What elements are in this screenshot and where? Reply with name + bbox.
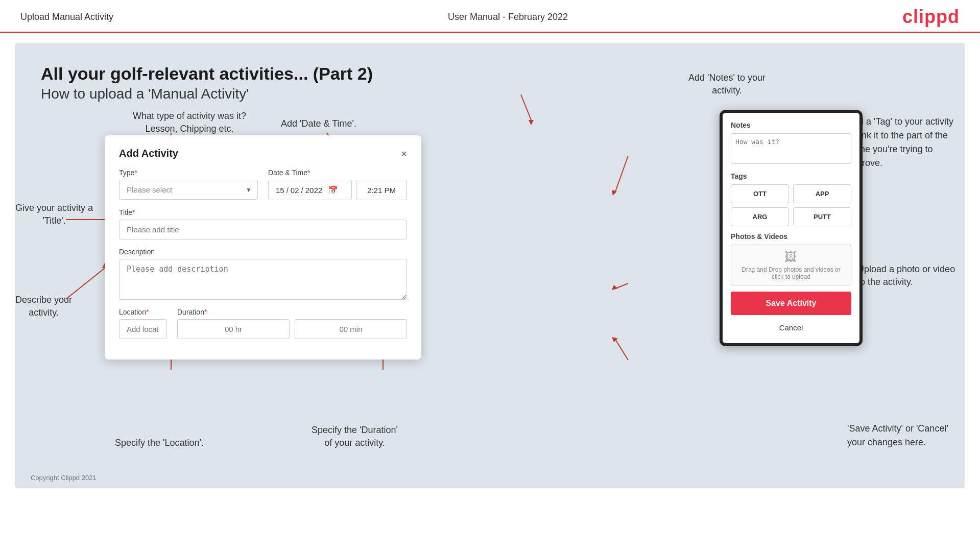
phone-inner: Notes Tags OTT APP ARG PUTT Photos & Vid…	[723, 113, 859, 343]
main-content: All your golf-relevant activities... (Pa…	[15, 43, 965, 488]
date-input[interactable]: 15 / 02 / 2022 📅	[268, 180, 352, 200]
dialog-title: Add Activity	[119, 148, 178, 159]
annotation-photo: Upload a photo or video to the activity.	[857, 263, 960, 289]
manual-label: User Manual - February 2022	[448, 12, 568, 22]
type-select[interactable]: Please select	[119, 180, 258, 200]
add-activity-dialog: Add Activity × Type* Please select Date …	[105, 135, 421, 360]
photos-area[interactable]: 🖼 Drag and Drop photos and videos orclic…	[731, 245, 851, 285]
top-bar: Upload Manual Activity User Manual - Feb…	[0, 0, 980, 32]
svg-marker-13	[529, 120, 534, 125]
phone-mockup: Notes Tags OTT APP ARG PUTT Photos & Vid…	[720, 110, 863, 346]
duration-inputs	[177, 319, 407, 339]
svg-line-6	[66, 268, 105, 299]
copyright: Copyright Clippd 2021	[31, 474, 97, 482]
notes-label: Notes	[731, 121, 851, 129]
tag-ott[interactable]: OTT	[731, 184, 789, 203]
datetime-group: Date & Time* 15 / 02 / 2022 📅	[268, 169, 407, 200]
description-textarea[interactable]	[119, 259, 407, 300]
page-subtitle: How to upload a 'Manual Activity'	[41, 86, 939, 102]
time-input[interactable]	[356, 180, 407, 200]
annotation-describe: Describe youractivity.	[15, 294, 72, 319]
tag-putt[interactable]: PUTT	[793, 207, 851, 226]
notes-textarea[interactable]	[731, 133, 851, 164]
description-label: Description	[119, 248, 407, 256]
location-group: Location*	[119, 308, 167, 339]
dialog-header: Add Activity ×	[119, 148, 407, 159]
type-select-wrapper: Please select	[119, 180, 258, 200]
title-input[interactable]	[119, 220, 407, 239]
svg-marker-15	[612, 190, 617, 196]
annotation-title: Give your activity a'Title'.	[15, 202, 93, 227]
top-divider	[0, 32, 980, 33]
location-duration-row: Location* Duration*	[119, 308, 407, 339]
svg-line-16	[615, 283, 628, 289]
svg-marker-19	[612, 337, 618, 342]
location-label: Location*	[119, 308, 167, 316]
photo-icon: 🖼	[785, 250, 797, 264]
logo: clippd	[902, 6, 960, 28]
annotation-date-time: Add 'Date & Time'.	[281, 117, 356, 130]
photos-label: Photos & Videos	[731, 232, 851, 241]
location-input[interactable]	[119, 319, 167, 339]
calendar-icon: 📅	[328, 185, 338, 195]
svg-line-14	[615, 156, 628, 191]
close-button[interactable]: ×	[401, 149, 407, 159]
page-title: All your golf-relevant activities... (Pa…	[41, 64, 939, 84]
duration-min-input[interactable]	[295, 319, 407, 339]
duration-label: Duration*	[177, 308, 407, 316]
tag-arg[interactable]: ARG	[731, 207, 789, 226]
type-datetime-row: Type* Please select Date & Time* 15 / 02	[119, 169, 407, 200]
datetime-label: Date & Time*	[268, 169, 407, 177]
page-label: Upload Manual Activity	[20, 12, 113, 22]
tags-label: Tags	[731, 172, 851, 180]
annotation-save: 'Save Activity' or 'Cancel' your changes…	[847, 422, 960, 449]
tag-app[interactable]: APP	[793, 184, 851, 203]
title-label: Title*	[119, 208, 407, 217]
cancel-button[interactable]: Cancel	[731, 320, 851, 335]
type-group: Type* Please select	[119, 169, 258, 200]
title-group: Title*	[119, 208, 407, 239]
tags-grid: OTT APP ARG PUTT	[731, 184, 851, 226]
svg-marker-17	[612, 285, 618, 290]
annotation-what-type: What type of activity was it?Lesson, Chi…	[133, 110, 246, 135]
save-activity-button[interactable]: Save Activity	[731, 292, 851, 315]
svg-line-18	[615, 340, 628, 360]
duration-group: Duration*	[177, 308, 407, 339]
annotation-tag: Add a 'Tag' to your activity to link it …	[847, 115, 960, 170]
duration-hr-input[interactable]	[177, 319, 290, 339]
annotation-notes: Add 'Notes' to youractivity.	[688, 71, 766, 97]
description-group: Description	[119, 248, 407, 300]
annotation-duration: Specify the 'Duration'of your activity.	[312, 424, 398, 449]
annotation-location: Specify the 'Location'.	[115, 437, 204, 449]
type-label: Type*	[119, 169, 258, 177]
photos-text: Drag and Drop photos and videos orclick …	[742, 266, 840, 280]
